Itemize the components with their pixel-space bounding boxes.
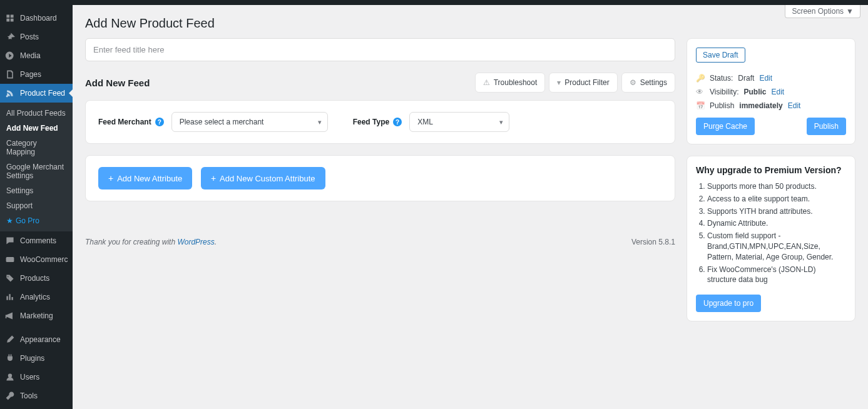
sidebar-item-posts[interactable]: Posts [0, 28, 73, 46]
sidebar-item-woocommerce[interactable]: WooCommerce [0, 250, 73, 269]
product-filter-button[interactable]: ▾ Product Filter [549, 73, 617, 93]
feed-title-input[interactable] [85, 38, 675, 61]
btn-label: Add New Custom Attribute [220, 174, 315, 183]
sidebar-item-users[interactable]: Users [0, 368, 73, 386]
merchant-panel: Feed Merchant ? Please select a merchant [85, 100, 675, 144]
merchant-label: Feed Merchant ? [98, 118, 164, 126]
menu-label: Posts [20, 33, 39, 41]
sidebar-item-media[interactable]: Media [0, 46, 73, 65]
merchant-select-wrap: Please select a merchant [171, 112, 328, 132]
help-icon[interactable]: ? [155, 118, 164, 126]
content-area: Screen Options ▼ Add New Product Feed Ad… [73, 5, 868, 409]
publish-actions: Purge Cache Publish [696, 118, 846, 135]
woo-icon [5, 255, 15, 265]
head-actions: ⚠ Troubleshoot ▾ Product Filter ⚙ Settin… [475, 73, 675, 93]
gear-icon: ⚙ [630, 78, 636, 87]
menu-label: Comments [20, 236, 56, 245]
comments-icon [5, 236, 15, 246]
type-select[interactable]: XML [409, 112, 509, 132]
upgrade-button[interactable]: Upgrade to pro [696, 295, 761, 312]
screen-options-label: Screen Options [792, 7, 844, 16]
dashboard-icon [5, 13, 15, 23]
sidebar-item-product-feed[interactable]: Product Feed [0, 84, 73, 103]
plus-icon: + [211, 173, 216, 183]
status-value: Draft [738, 74, 754, 83]
edit-status-link[interactable]: Edit [759, 74, 772, 83]
submenu: All Product Feeds Add New Feed Category … [0, 103, 73, 231]
edit-schedule-link[interactable]: Edit [788, 101, 801, 110]
chevron-down-icon: ▼ [846, 7, 854, 16]
sidebar-item-dashboard[interactable]: Dashboard [0, 9, 73, 28]
upgrade-title: Why upgrade to Premium Version? [696, 165, 846, 175]
eye-icon: 👁 [696, 88, 705, 96]
wordpress-link[interactable]: WordPress [177, 238, 214, 246]
list-item: Supports more than 50 products. [707, 181, 846, 192]
menu-label: Media [20, 51, 41, 60]
section-header: Add New Feed ⚠ Troubleshoot ▾ Product Fi… [85, 73, 675, 93]
schedule-row: 📅 Publish immediately Edit [696, 101, 846, 110]
type-field: Feed Type ? XML [353, 112, 509, 132]
menu-label: Users [20, 373, 39, 381]
sidebar-item-settings[interactable]: Settings [0, 405, 73, 409]
feed-icon [5, 88, 15, 98]
submenu-support[interactable]: Support [0, 198, 73, 213]
visibility-row: 👁 Visibility: Public Edit [696, 88, 846, 96]
admin-sidebar: Dashboard Posts Media Pages Product Feed… [0, 5, 73, 409]
list-item: Access to a elite support team. [707, 194, 846, 204]
add-custom-attribute-button[interactable]: + Add New Custom Attribute [201, 167, 325, 189]
publish-box: Save Draft 🔑 Status: Draft Edit 👁 Visibi… [687, 38, 855, 144]
plugins-icon [5, 353, 15, 363]
submenu-category-mapping[interactable]: Category Mapping [0, 136, 73, 159]
columns: Add New Feed ⚠ Troubleshoot ▾ Product Fi… [85, 38, 855, 409]
svg-rect-0 [6, 257, 14, 262]
submenu-settings[interactable]: Settings [0, 183, 73, 198]
submenu-add-new-feed[interactable]: Add New Feed [0, 121, 73, 136]
label-text: Feed Merchant [98, 118, 151, 126]
publish-label: Publish [710, 101, 734, 110]
menu-label: Plugins [20, 354, 44, 363]
menu-label: Products [20, 274, 49, 283]
submenu-go-pro[interactable]: ★ Go Pro [0, 213, 73, 228]
menu-label: Marketing [20, 311, 53, 320]
attributes-panel: + Add New Attribute + Add New Custom Att… [85, 155, 675, 201]
sidebar-item-appearance[interactable]: Appearance [0, 330, 73, 349]
label-text: Feed Type [353, 118, 389, 126]
page-title: Add New Product Feed [85, 16, 855, 31]
submenu-google-merchant[interactable]: Google Merchant Settings [0, 159, 73, 183]
type-select-wrap: XML [409, 112, 509, 132]
media-icon [5, 51, 15, 61]
merchant-select[interactable]: Please select a merchant [171, 112, 328, 132]
troubleshoot-button[interactable]: ⚠ Troubleshoot [475, 73, 546, 93]
sidebar-item-analytics[interactable]: Analytics [0, 288, 73, 306]
section-title: Add New Feed [85, 78, 150, 88]
star-icon: ★ [6, 216, 13, 225]
sidebar-item-comments[interactable]: Comments [0, 231, 73, 250]
add-attribute-button[interactable]: + Add New Attribute [98, 167, 192, 189]
list-item: Dynamic Attribute. [707, 218, 846, 229]
sidebar-item-plugins[interactable]: Plugins [0, 349, 73, 368]
plus-icon: + [108, 173, 113, 183]
feed-settings-button[interactable]: ⚙ Settings [621, 73, 675, 93]
publish-value: immediately [739, 101, 782, 110]
users-icon [5, 372, 15, 382]
save-draft-button[interactable]: Save Draft [696, 48, 745, 63]
edit-visibility-link[interactable]: Edit [771, 88, 784, 96]
sidebar-item-marketing[interactable]: Marketing [0, 306, 73, 325]
products-icon [5, 273, 15, 283]
sidebar-item-pages[interactable]: Pages [0, 65, 73, 84]
sidebar-item-products[interactable]: Products [0, 269, 73, 288]
publish-button[interactable]: Publish [807, 118, 846, 135]
footer-credit: Thank you for creating with WordPress. [85, 238, 217, 246]
list-item: Fix WooCommerce's (JSON-LD) structure da… [707, 265, 846, 286]
purge-cache-button[interactable]: Purge Cache [696, 118, 755, 135]
admin-bar [0, 0, 868, 5]
menu-label: Product Feed [20, 89, 65, 98]
merchant-row: Feed Merchant ? Please select a merchant [98, 112, 662, 132]
main-column: Add New Feed ⚠ Troubleshoot ▾ Product Fi… [85, 38, 675, 409]
screen-options-button[interactable]: Screen Options ▼ [785, 5, 860, 18]
sidebar-item-tools[interactable]: Tools [0, 386, 73, 405]
visibility-value: Public [743, 88, 766, 96]
pin-icon [5, 32, 15, 42]
help-icon[interactable]: ? [393, 118, 402, 126]
submenu-all-feeds[interactable]: All Product Feeds [0, 106, 73, 121]
